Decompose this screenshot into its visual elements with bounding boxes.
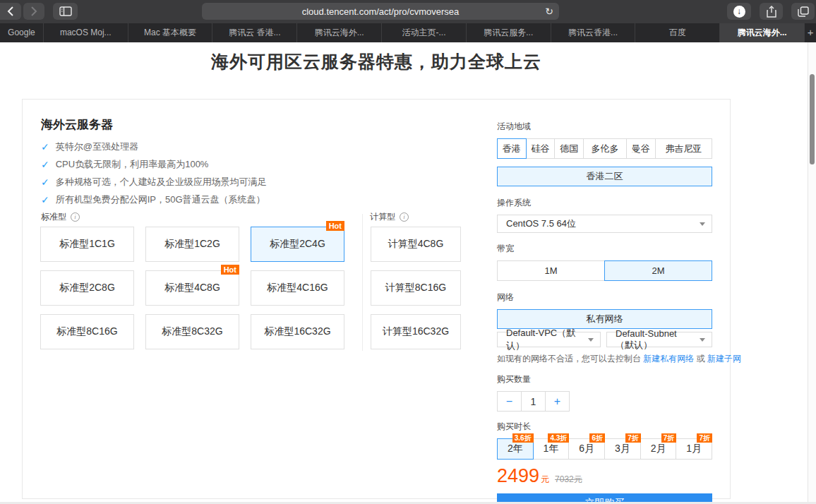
spec-option[interactable]: 计算型16C32G (371, 314, 461, 349)
browser-tab[interactable]: 百度 (635, 23, 720, 42)
spec-option-label: 标准型2C4G (270, 238, 325, 251)
tabs-overview-button[interactable] (791, 3, 815, 20)
network-label: 网络 (497, 292, 712, 304)
spec-option[interactable]: 标准型4C8GHot (145, 270, 239, 306)
spec-option[interactable]: 计算型4C8G (371, 227, 461, 262)
region-options: 香港硅谷德国多伦多曼谷弗吉尼亚 (497, 138, 712, 159)
spec-option-label: 标准型8C32G (162, 325, 222, 338)
bandwidth-option[interactable]: 1M (497, 260, 605, 281)
duration-option[interactable]: 1月7折 (676, 438, 712, 460)
duration-option[interactable]: 2月7折 (640, 438, 677, 460)
discount-badge: 6折 (589, 433, 605, 443)
os-select[interactable]: CentOS 7.5 64位 (497, 215, 712, 233)
check-icon: ✓ (41, 141, 49, 152)
back-button[interactable] (0, 3, 21, 20)
duration-option[interactable]: 2年3.6折 (497, 438, 534, 460)
spec-option-label: 标准型1C1G (59, 238, 115, 251)
create-subnet-link[interactable]: 新建子网 (707, 354, 741, 364)
spec-option-label: 标准型4C16G (267, 282, 328, 294)
browser-tab[interactable]: 腾讯云 香港... (212, 23, 297, 42)
browser-tab[interactable]: Google (0, 23, 44, 42)
browser-tab[interactable]: 腾讯云海外... (720, 23, 805, 42)
duration-option[interactable]: 6月6折 (568, 438, 605, 460)
page-scrollbar[interactable] (808, 42, 816, 502)
duration-option[interactable]: 1年4.3折 (533, 438, 570, 460)
spec-option[interactable]: 计算型8C16G (371, 270, 461, 306)
tabs-overview-icon (798, 6, 809, 17)
share-icon (767, 6, 776, 18)
region-option[interactable]: 弗吉尼亚 (655, 138, 712, 159)
reload-icon[interactable]: ↻ (545, 3, 553, 20)
quantity-decrease-button[interactable]: − (497, 391, 522, 412)
spec-option-label: 标准型16C32G (264, 325, 330, 338)
discount-badge: 7折 (625, 433, 641, 443)
info-icon[interactable]: i (400, 212, 409, 222)
os-selected-value: CentOS 7.5 64位 (506, 217, 576, 230)
forward-button[interactable] (23, 3, 44, 20)
spec-option-label: 计算型4C8G (388, 238, 444, 251)
browser-tab[interactable]: 活动主页-... (382, 23, 467, 42)
feature-text: 英特尔@至强处理器 (56, 140, 138, 153)
compute-type-label: 计算型 i (370, 211, 409, 223)
browser-tab[interactable]: 腾讯云海外... (297, 23, 382, 42)
duration-option-label: 1月 (686, 443, 702, 455)
region-option[interactable]: 德国 (554, 138, 584, 159)
network-type-option[interactable]: 私有网络 (497, 309, 712, 329)
hot-badge: Hot (221, 265, 239, 275)
spec-option[interactable]: 标准型1C2G (145, 227, 239, 262)
chevron-right-icon (30, 6, 37, 16)
region-option[interactable]: 硅谷 (526, 138, 556, 159)
spec-option-label: 标准型8C16G (56, 325, 117, 338)
create-vpc-link[interactable]: 新建私有网络 (643, 354, 694, 364)
vertical-divider (362, 214, 363, 351)
caret-down-icon (700, 222, 705, 226)
purchase-card: 海外云服务器 ✓英特尔@至强处理器✓CPU负载无限制，利用率最高为100%✓多种… (22, 99, 731, 499)
browser-tab[interactable]: Mac 基本概要 (128, 23, 213, 42)
spec-option[interactable]: 标准型2C8G (40, 270, 134, 306)
scrollbar-thumb[interactable] (810, 74, 815, 164)
feature-list: ✓英特尔@至强处理器✓CPU负载无限制，利用率最高为100%✓多种规格可选，个人… (41, 138, 267, 208)
hot-badge: Hot (326, 221, 344, 231)
feature-text: 多种规格可选，个人建站及企业级应用场景均可满足 (56, 176, 267, 188)
duration-option-label: 2月 (651, 443, 666, 455)
spec-option[interactable]: 标准型8C16G (40, 314, 134, 349)
browser-tab[interactable]: 腾讯云服务... (467, 23, 551, 42)
duration-option[interactable]: 3月7折 (604, 438, 641, 460)
downloads-button[interactable]: ↓ (727, 3, 751, 20)
zone-option[interactable]: 香港二区 (497, 167, 712, 186)
spec-option[interactable]: 标准型2C4GHot (251, 227, 344, 262)
price-current: 2499 (497, 465, 539, 486)
spec-option[interactable]: 标准型8C32G (145, 314, 239, 349)
browser-tab[interactable]: macOS Moj... (44, 23, 128, 42)
region-option[interactable]: 香港 (497, 138, 527, 159)
minus-icon: − (506, 395, 512, 408)
quantity-label: 购买数量 (497, 373, 712, 385)
duration-label: 购买时长 (497, 421, 712, 433)
spec-option[interactable]: 标准型16C32G (251, 314, 344, 349)
discount-badge: 3.6折 (512, 433, 534, 443)
share-button[interactable] (760, 3, 783, 20)
quantity-stepper: − 1 + (497, 391, 570, 412)
quantity-value[interactable]: 1 (521, 391, 546, 412)
browser-tab[interactable]: 腾讯云香港... (551, 23, 636, 42)
spec-option[interactable]: 标准型4C16G (251, 270, 344, 306)
info-icon[interactable]: i (71, 212, 80, 222)
check-icon: ✓ (41, 159, 49, 170)
price-unit: 元 (541, 474, 549, 486)
vpc-select[interactable]: Default-VPC（默认） (497, 332, 601, 347)
feature-item: ✓CPU负载无限制，利用率最高为100% (41, 155, 267, 173)
subnet-select[interactable]: Default-Subnet（默认） (606, 332, 712, 347)
new-tab-button[interactable]: + (805, 23, 816, 42)
spec-option-label: 标准型4C8G (164, 282, 220, 294)
config-panel: 活动地域 香港硅谷德国多伦多曼谷弗吉尼亚 香港二区 操作系统 CentOS 7.… (497, 121, 712, 504)
spec-option[interactable]: 标准型1C1G (40, 227, 134, 262)
region-option[interactable]: 曼谷 (626, 138, 656, 159)
quantity-increase-button[interactable]: + (545, 391, 570, 412)
sidebar-toggle-button[interactable] (53, 3, 78, 20)
feature-text: 所有机型免费分配公网IP，50G普通云盘（系统盘） (56, 193, 265, 206)
address-bar[interactable]: cloud.tencent.com/act/pro/cvmoversea ↻ (202, 3, 559, 20)
check-icon: ✓ (41, 194, 49, 205)
region-option[interactable]: 多伦多 (583, 138, 627, 159)
bandwidth-option[interactable]: 2M (604, 260, 712, 281)
compute-spec-list: 计算型4C8G计算型8C16G计算型16C32G (371, 227, 461, 349)
